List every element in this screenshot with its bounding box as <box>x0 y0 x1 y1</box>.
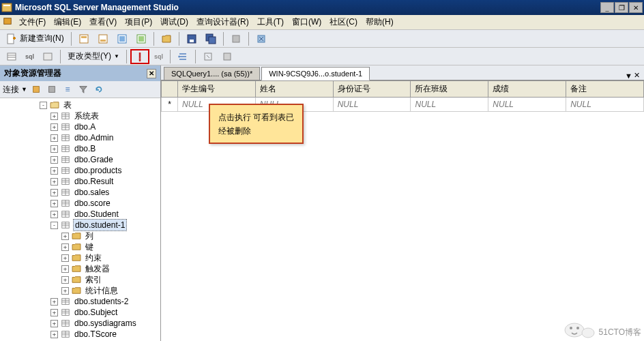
tree-label[interactable]: 系统表 <box>73 110 100 121</box>
grid-cell[interactable]: NULL <box>333 98 411 112</box>
row-selector[interactable]: * <box>162 98 178 112</box>
conn-btn-2[interactable] <box>45 83 59 96</box>
tree-label[interactable]: dbo.Student <box>73 209 120 220</box>
panel-close-button[interactable]: ✕ <box>147 69 156 78</box>
tree-label[interactable]: 列 <box>84 231 95 241</box>
expand-icon[interactable]: + <box>61 265 69 273</box>
toolbar-btn-5[interactable] <box>227 31 245 46</box>
expand-icon[interactable]: + <box>61 233 69 240</box>
tb2-btn-indent[interactable] <box>174 49 192 64</box>
tree-node[interactable]: +dbo.TScore <box>1 329 160 340</box>
menu-edit[interactable]: 编辑(E) <box>50 15 85 29</box>
expand-icon[interactable]: + <box>61 287 69 295</box>
toolbar-btn-3[interactable] <box>113 31 131 46</box>
expand-icon[interactable]: + <box>50 320 58 327</box>
expand-icon[interactable]: + <box>61 254 69 262</box>
tree-node[interactable]: +dbo.Grade <box>1 154 160 165</box>
tab-student1[interactable]: WIN-9CSQ9J6...o.student-1 <box>261 67 370 80</box>
app-menu-icon[interactable] <box>3 16 12 28</box>
tree-label[interactable]: dbo.students-2 <box>73 296 130 307</box>
tree-node[interactable]: +约束 <box>1 252 160 263</box>
tree-node[interactable]: +系统表 <box>1 110 160 121</box>
tree-node[interactable]: +dbo.Subject <box>1 307 160 318</box>
tab-dropdown-button[interactable]: ▼ <box>625 72 632 80</box>
new-query-button[interactable]: 新建查询(N) <box>3 31 68 46</box>
tree-label[interactable]: dbo.B <box>73 143 97 154</box>
menu-designer[interactable]: 查询设计器(R) <box>192 15 253 29</box>
restore-button[interactable]: ❐ <box>615 2 628 13</box>
tree-node[interactable]: +dbo.products <box>1 165 160 176</box>
expand-icon[interactable]: + <box>50 167 58 175</box>
tree-node[interactable]: +触发器 <box>1 263 160 274</box>
expand-icon[interactable]: + <box>61 243 69 251</box>
tree-label[interactable]: dbo.A <box>73 121 97 132</box>
tree-label[interactable]: 统计信息 <box>84 285 119 296</box>
execute-button[interactable] <box>130 49 149 64</box>
tb2-btn-5[interactable] <box>218 49 236 64</box>
expand-icon[interactable]: + <box>50 123 58 131</box>
expand-icon[interactable]: + <box>50 331 58 338</box>
tree-label[interactable]: 触发器 <box>84 263 111 274</box>
tb2-btn-1[interactable] <box>3 49 20 64</box>
save-all-button[interactable] <box>202 31 220 46</box>
expand-icon[interactable]: + <box>61 276 69 284</box>
conn-btn-1[interactable] <box>29 83 43 96</box>
change-type-button[interactable]: 更改类型(Y) ▼ <box>64 49 123 64</box>
tree-node[interactable]: +键 <box>1 241 160 252</box>
col-header[interactable]: 姓名 <box>255 81 333 98</box>
col-header[interactable]: 学生编号 <box>178 81 256 98</box>
filter-button[interactable] <box>76 83 90 96</box>
refresh-button[interactable] <box>92 83 106 96</box>
tree-view[interactable]: -表+系统表+dbo.A+dbo.Admin+dbo.B+dbo.Grade+d… <box>0 98 160 341</box>
expand-icon[interactable]: + <box>50 298 58 306</box>
tree-label[interactable]: dbo.sysdiagrams <box>73 318 138 329</box>
tree-label[interactable]: dbo.Subject <box>73 307 119 318</box>
menu-debug[interactable]: 调试(D) <box>156 15 192 29</box>
menu-project[interactable]: 项目(P) <box>121 15 156 29</box>
col-header[interactable]: 所在班级 <box>411 81 488 98</box>
tree-node[interactable]: +dbo.A <box>1 121 160 132</box>
open-button[interactable] <box>158 31 175 46</box>
expand-icon[interactable]: + <box>50 178 58 186</box>
expand-icon[interactable]: + <box>50 211 58 218</box>
grid-cell[interactable]: NULL <box>411 98 488 112</box>
tree-label[interactable]: dbo.score <box>73 198 112 209</box>
tree-node[interactable]: +列 <box>1 231 160 241</box>
tree-node[interactable]: +dbo.score <box>1 198 160 209</box>
menu-view[interactable]: 查看(V) <box>85 15 121 29</box>
tree-node[interactable]: +dbo.Student <box>1 209 160 220</box>
tab-sqlquery1[interactable]: SQLQuery1.... (sa (55))* <box>164 67 260 80</box>
collapse-icon[interactable]: - <box>50 222 58 229</box>
tree-node[interactable]: +dbo.sales <box>1 187 160 198</box>
tree-label[interactable]: dbo.TScore <box>73 329 118 340</box>
tb2-btn-4[interactable] <box>199 49 217 64</box>
menu-window[interactable]: 窗口(W) <box>288 15 325 29</box>
tree-label[interactable]: dbo.Admin <box>73 132 115 143</box>
toolbar-btn-4[interactable] <box>132 31 150 46</box>
expand-icon[interactable]: + <box>50 309 58 316</box>
menu-community[interactable]: 社区(C) <box>325 15 362 29</box>
tree-node[interactable]: +dbo.students-2 <box>1 296 160 307</box>
tree-label[interactable]: dbo.sales <box>73 187 111 198</box>
minimize-button[interactable]: _ <box>600 2 614 13</box>
expand-icon[interactable]: + <box>50 113 58 120</box>
tree-label[interactable]: dbo.Grade <box>73 154 115 165</box>
tree-node[interactable]: -dbo.student-1 <box>1 220 160 231</box>
tree-label[interactable]: 表 <box>62 100 73 110</box>
tree-node[interactable]: +dbo.Admin <box>1 132 160 143</box>
toolbar-btn-1[interactable] <box>75 31 93 46</box>
close-button[interactable]: ✕ <box>629 2 643 13</box>
toolbar-btn-2[interactable] <box>94 31 112 46</box>
expand-icon[interactable]: + <box>50 189 58 196</box>
tree-label[interactable]: 键 <box>84 241 95 252</box>
tree-label[interactable]: 约束 <box>84 252 103 263</box>
col-header[interactable]: 身份证号 <box>333 81 411 98</box>
tab-close-button[interactable]: ✕ <box>634 71 640 80</box>
grid-cell[interactable]: NULL <box>488 98 566 112</box>
tree-node[interactable]: +dbo.Result <box>1 176 160 187</box>
col-header[interactable]: 备注 <box>566 81 644 98</box>
save-button[interactable] <box>183 31 201 46</box>
grid-cell[interactable]: NULL <box>566 98 644 112</box>
tree-node[interactable]: +dbo.sysdiagrams <box>1 318 160 329</box>
conn-btn-3[interactable]: ≡ <box>61 83 74 96</box>
